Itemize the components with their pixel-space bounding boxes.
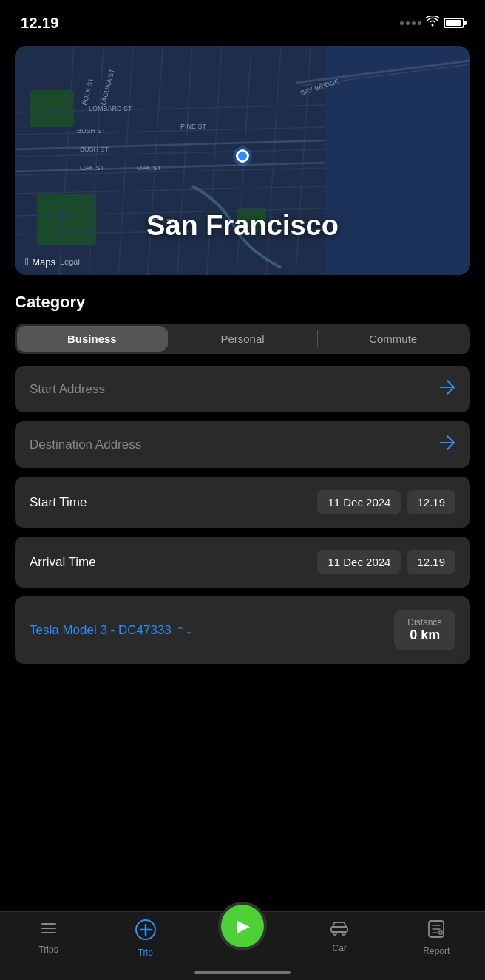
- arrival-time-time[interactable]: 12.19: [407, 550, 455, 574]
- trips-label: Trips: [38, 945, 58, 955]
- start-time-date[interactable]: 11 Dec 2024: [317, 490, 401, 514]
- svg-point-43: [333, 932, 336, 935]
- svg-text:OAK ST: OAK ST: [80, 164, 105, 171]
- map-label:  Maps Legal: [15, 248, 470, 275]
- apple-maps-logo:  Maps: [25, 256, 55, 268]
- play-button[interactable]: ▶: [221, 905, 264, 947]
- vehicle-row[interactable]: Tesla Model 3 - DC47333 ⌃⌄ Distance 0 km: [15, 596, 470, 664]
- arrival-time-label: Arrival Time: [30, 555, 96, 570]
- destination-location-arrow-icon[interactable]: [439, 435, 455, 455]
- start-time-values: 11 Dec 2024 12.19: [317, 490, 455, 514]
- svg-point-44: [342, 932, 345, 935]
- play-icon: ▶: [237, 916, 250, 936]
- nav-car[interactable]: Car: [313, 919, 365, 953]
- destination-address-placeholder: Destination Address: [30, 438, 141, 452]
- apple-logo-icon: : [25, 256, 29, 268]
- distance-block: Distance 0 km: [394, 610, 455, 650]
- main-content: Category Business Personal Commute Start…: [0, 275, 485, 664]
- nav-trips[interactable]: Trips: [23, 919, 75, 955]
- trip-icon: [135, 919, 156, 945]
- nav-play[interactable]: ▶: [217, 919, 268, 947]
- nav-report[interactable]: Report: [410, 919, 462, 956]
- arrival-time-values: 11 Dec 2024 12.19: [317, 550, 455, 574]
- signal-dots-icon: [400, 21, 421, 25]
- nav-trip[interactable]: Trip: [120, 919, 172, 958]
- svg-text:OAK ST: OAK ST: [137, 164, 162, 171]
- svg-text:LOMBARD ST: LOMBARD ST: [89, 105, 132, 112]
- map-location-dot: [236, 149, 249, 163]
- start-address-placeholder: Start Address: [30, 382, 105, 397]
- tab-commute[interactable]: Commute: [318, 326, 468, 352]
- distance-value: 0 km: [407, 627, 442, 643]
- vehicle-name[interactable]: Tesla Model 3 - DC47333 ⌃⌄: [30, 623, 194, 638]
- tab-business[interactable]: Business: [17, 326, 167, 352]
- report-label: Report: [423, 946, 450, 956]
- svg-rect-3: [30, 90, 74, 127]
- trips-icon: [40, 919, 58, 942]
- report-icon: [427, 919, 445, 943]
- start-location-arrow-icon[interactable]: [439, 379, 455, 399]
- chevron-icon: ⌃⌄: [176, 625, 194, 636]
- status-time: 12.19: [21, 15, 59, 32]
- arrival-time-row: Arrival Time 11 Dec 2024 12.19: [15, 537, 470, 588]
- start-time-label: Start Time: [30, 495, 87, 510]
- status-icons: [400, 16, 464, 30]
- map-container[interactable]: LOMBARD ST BUSH ST PINE ST BUSH ST OAK S…: [15, 46, 470, 275]
- start-time-row: Start Time 11 Dec 2024 12.19: [15, 477, 470, 528]
- city-name: San Francisco: [15, 210, 470, 242]
- destination-address-field[interactable]: Destination Address: [15, 421, 470, 468]
- category-label: Category: [15, 293, 470, 312]
- category-tabs: Business Personal Commute: [15, 324, 470, 354]
- car-icon: [330, 919, 349, 940]
- svg-text:PINE ST: PINE ST: [180, 123, 207, 130]
- car-label: Car: [332, 943, 346, 953]
- svg-text:BUSH ST: BUSH ST: [77, 127, 106, 135]
- bottom-nav: Trips Trip ▶ Car: [0, 911, 485, 980]
- home-indicator: [194, 971, 291, 974]
- svg-text:BUSH ST: BUSH ST: [80, 146, 109, 153]
- trip-label: Trip: [138, 947, 153, 958]
- start-address-field[interactable]: Start Address: [15, 366, 470, 412]
- distance-label: Distance: [407, 617, 442, 627]
- map-legal: Legal: [60, 257, 80, 266]
- status-bar: 12.19: [0, 0, 485, 40]
- arrival-time-date[interactable]: 11 Dec 2024: [317, 550, 401, 574]
- start-time-time[interactable]: 12.19: [407, 490, 455, 514]
- battery-icon: [444, 18, 464, 28]
- wifi-icon: [426, 16, 439, 30]
- svg-rect-42: [331, 927, 347, 932]
- tab-personal[interactable]: Personal: [168, 326, 318, 352]
